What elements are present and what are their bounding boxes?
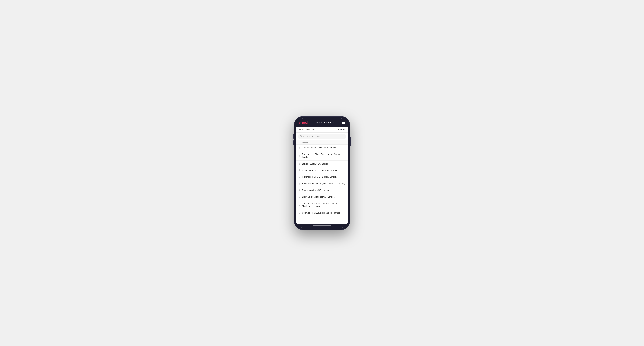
pin-icon bbox=[298, 155, 301, 157]
course-name: Royal Wimbledon GC, Great London Authori… bbox=[302, 182, 345, 185]
phone-screen: clippd Recent Searches Find a Golf Cours… bbox=[296, 118, 348, 228]
course-list: Central London Golf Centre, London Roeha… bbox=[296, 145, 348, 224]
list-item[interactable]: Richmond Park GC - Duke's, London bbox=[296, 174, 348, 180]
course-name: Richmond Park GC - Duke's, London bbox=[302, 175, 336, 178]
search-container bbox=[296, 133, 348, 140]
pin-icon bbox=[298, 176, 301, 178]
home-bar bbox=[313, 225, 331, 226]
volume-down-button bbox=[293, 140, 294, 145]
find-label: Find a Golf Course bbox=[298, 128, 316, 131]
course-name: Richmond Park GC - Prince's, Surrey bbox=[302, 169, 337, 172]
phone-frame: clippd Recent Searches Find a Golf Cours… bbox=[294, 116, 350, 230]
content-area: Find a Golf Course Cancel Nearby courses bbox=[296, 127, 348, 224]
app-logo: clippd bbox=[299, 121, 308, 125]
list-item[interactable]: Central London Golf Centre, London bbox=[296, 145, 348, 151]
course-name: Central London Golf Centre, London bbox=[302, 146, 336, 149]
search-input-wrap bbox=[298, 134, 346, 139]
svg-point-5 bbox=[300, 170, 300, 170]
hamburger-line-2 bbox=[342, 122, 345, 123]
svg-point-6 bbox=[300, 176, 300, 177]
svg-point-11 bbox=[300, 212, 300, 213]
list-item[interactable]: Royal Wimbledon GC, Great London Authori… bbox=[296, 180, 348, 187]
home-indicator-area bbox=[296, 224, 348, 228]
course-name: Coombe Hill GC, Kingston upon Thames bbox=[302, 211, 340, 214]
list-item[interactable]: Richmond Park GC - Prince's, Surrey bbox=[296, 167, 348, 174]
svg-point-9 bbox=[300, 196, 300, 197]
pin-icon bbox=[298, 204, 301, 206]
svg-line-1 bbox=[302, 137, 302, 137]
menu-icon[interactable] bbox=[342, 122, 345, 124]
hamburger-line-1 bbox=[342, 122, 345, 122]
svg-point-8 bbox=[300, 189, 300, 190]
course-name: Dukes Meadows GC, London bbox=[302, 189, 330, 192]
app-header: clippd Recent Searches bbox=[296, 118, 348, 127]
nearby-section-label: Nearby courses bbox=[296, 140, 348, 145]
pin-icon bbox=[298, 163, 301, 165]
course-name: Brent Valley Municipal GC, London bbox=[302, 195, 334, 198]
list-item[interactable]: Roehampton Club - Roehampton, Greater Lo… bbox=[296, 151, 348, 161]
list-item[interactable]: Dukes Meadows GC, London bbox=[296, 187, 348, 194]
svg-point-10 bbox=[300, 204, 300, 205]
course-name: North Middlesex GC (1011942 - North Midd… bbox=[302, 202, 346, 208]
pin-icon bbox=[298, 196, 301, 198]
hamburger-line-3 bbox=[342, 123, 345, 124]
pin-icon bbox=[298, 147, 301, 149]
cancel-button[interactable]: Cancel bbox=[338, 128, 346, 131]
svg-point-3 bbox=[300, 155, 300, 156]
power-button bbox=[350, 137, 351, 146]
pin-icon bbox=[298, 169, 301, 172]
pin-icon bbox=[298, 182, 301, 185]
svg-point-2 bbox=[300, 147, 300, 147]
course-name: Roehampton Club - Roehampton, Greater Lo… bbox=[302, 153, 346, 159]
list-item[interactable]: Brent Valley Municipal GC, London bbox=[296, 194, 348, 200]
volume-up-button bbox=[293, 134, 294, 139]
svg-point-0 bbox=[300, 136, 302, 137]
pin-icon bbox=[298, 212, 301, 214]
app-title: Recent Searches bbox=[315, 121, 334, 124]
search-input[interactable] bbox=[303, 135, 344, 138]
list-item[interactable]: North Middlesex GC (1011942 - North Midd… bbox=[296, 200, 348, 210]
search-icon bbox=[300, 135, 302, 137]
list-item[interactable]: London Scottish GC, London bbox=[296, 161, 348, 167]
list-item[interactable]: Coombe Hill GC, Kingston upon Thames bbox=[296, 210, 348, 216]
find-bar: Find a Golf Course Cancel bbox=[296, 127, 348, 133]
course-name: London Scottish GC, London bbox=[302, 163, 329, 166]
svg-point-7 bbox=[300, 183, 300, 183]
svg-point-4 bbox=[300, 163, 300, 164]
pin-icon bbox=[298, 189, 301, 191]
